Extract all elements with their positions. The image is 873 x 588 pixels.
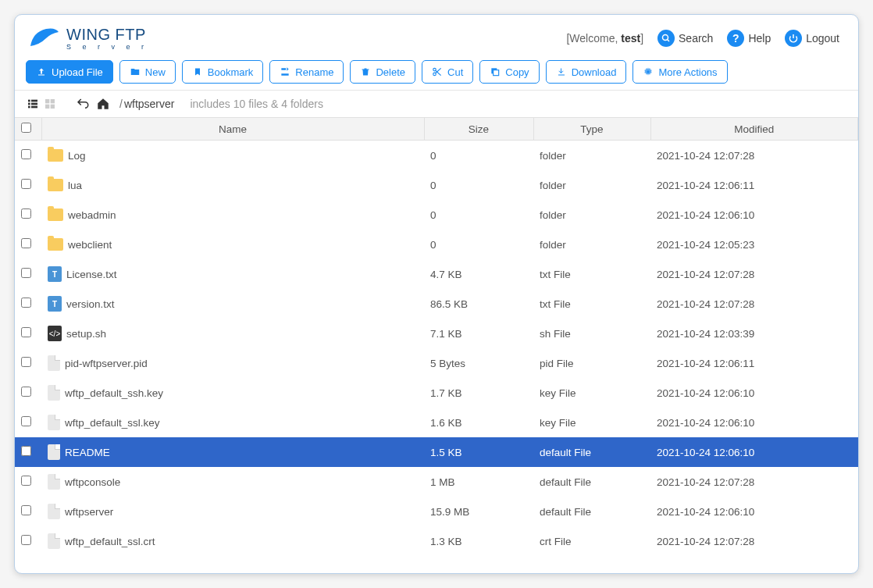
table-row[interactable]: lua0folder2021-10-24 12:06:11 bbox=[15, 170, 858, 200]
new-button[interactable]: New bbox=[119, 60, 176, 84]
table-row[interactable]: wftpconsole1 MBdefault File2021-10-24 12… bbox=[15, 467, 858, 497]
svg-rect-17 bbox=[45, 105, 49, 109]
svg-rect-16 bbox=[51, 99, 55, 103]
column-size[interactable]: Size bbox=[424, 118, 533, 141]
breadcrumb-path[interactable]: /wftpserver bbox=[118, 98, 174, 110]
svg-line-1 bbox=[668, 40, 670, 42]
more-actions-button[interactable]: More Actions bbox=[632, 60, 727, 84]
file-size: 1.5 KB bbox=[424, 437, 533, 467]
file-size: 86.5 KB bbox=[424, 289, 533, 319]
back-icon[interactable] bbox=[76, 97, 90, 111]
file-table: Name Size Type Modified Log0folder2021-1… bbox=[15, 117, 858, 556]
table-row[interactable]: wftp_default_ssh.key1.7 KBkey File2021-1… bbox=[15, 378, 858, 408]
row-checkbox[interactable] bbox=[21, 357, 31, 367]
copy-icon bbox=[490, 66, 501, 77]
file-modified: 2021-10-24 12:06:11 bbox=[650, 170, 858, 200]
table-row[interactable]: webadmin0folder2021-10-24 12:06:10 bbox=[15, 200, 858, 230]
file-name: wftp_default_ssl.crt bbox=[65, 536, 155, 547]
file-modified: 2021-10-24 12:07:28 bbox=[650, 289, 858, 319]
rename-button[interactable]: Rename bbox=[269, 60, 344, 84]
folder-icon bbox=[48, 179, 63, 191]
row-checkbox[interactable] bbox=[21, 535, 31, 545]
file-table-container[interactable]: Name Size Type Modified Log0folder2021-1… bbox=[15, 117, 858, 557]
row-checkbox[interactable] bbox=[21, 387, 31, 397]
file-name: version.txt bbox=[66, 298, 115, 310]
table-row[interactable]: README1.5 KBdefault File2021-10-24 12:06… bbox=[15, 437, 858, 467]
logout-button[interactable]: Logout bbox=[785, 30, 839, 47]
help-button[interactable]: ? Help bbox=[727, 30, 771, 47]
file-name: README bbox=[65, 447, 110, 458]
file-name: Log bbox=[68, 150, 86, 162]
cut-button[interactable]: Cut bbox=[422, 60, 473, 84]
table-row[interactable]: wftp_default_ssl.key1.6 KBkey File2021-1… bbox=[15, 408, 858, 437]
grid-view-icon[interactable] bbox=[43, 97, 57, 111]
file-size: 1.7 KB bbox=[424, 378, 533, 408]
search-button[interactable]: Search bbox=[657, 30, 713, 47]
svg-rect-10 bbox=[28, 103, 30, 105]
table-row[interactable]: Tversion.txt86.5 KBtxt File2021-10-24 12… bbox=[15, 289, 858, 319]
home-icon[interactable] bbox=[96, 97, 110, 111]
file-name: webadmin bbox=[68, 209, 116, 221]
table-row[interactable]: wftpserver15.9 MBdefault File2021-10-24 … bbox=[15, 497, 858, 526]
file-modified: 2021-10-24 12:03:39 bbox=[650, 319, 858, 348]
column-name[interactable]: Name bbox=[41, 118, 424, 141]
select-all-checkbox[interactable] bbox=[21, 123, 31, 133]
column-modified[interactable]: Modified bbox=[650, 118, 858, 141]
row-checkbox[interactable] bbox=[21, 505, 31, 515]
row-checkbox[interactable] bbox=[21, 476, 31, 486]
bookmark-button[interactable]: Bookmark bbox=[182, 60, 264, 84]
file-size: 0 bbox=[424, 141, 533, 171]
file-modified: 2021-10-24 12:07:28 bbox=[650, 259, 858, 289]
row-checkbox[interactable] bbox=[21, 179, 31, 189]
table-row[interactable]: </>setup.sh7.1 KBsh File2021-10-24 12:03… bbox=[15, 319, 858, 348]
list-view-icon[interactable] bbox=[26, 97, 40, 111]
file-type: pid File bbox=[533, 348, 650, 378]
table-row[interactable]: wftp_default_ssl.crt1.3 KBcrt File2021-1… bbox=[15, 526, 858, 556]
file-icon bbox=[48, 474, 60, 490]
download-icon bbox=[556, 66, 567, 77]
row-checkbox[interactable] bbox=[21, 149, 31, 159]
view-toggle bbox=[26, 97, 57, 111]
download-button[interactable]: Download bbox=[546, 60, 627, 84]
file-type: key File bbox=[533, 408, 650, 437]
power-icon bbox=[785, 30, 802, 47]
file-type: crt File bbox=[533, 526, 650, 556]
file-type: folder bbox=[533, 200, 650, 230]
upload-icon bbox=[36, 66, 47, 77]
upload-button[interactable]: Upload File bbox=[26, 60, 113, 84]
file-modified: 2021-10-24 12:06:10 bbox=[650, 200, 858, 230]
file-name: pid-wftpserver.pid bbox=[65, 358, 148, 369]
row-checkbox[interactable] bbox=[21, 208, 31, 219]
table-row[interactable]: webclient0folder2021-10-24 12:05:23 bbox=[15, 230, 858, 259]
logo-title: WING FTP bbox=[66, 27, 148, 42]
file-name: wftp_default_ssl.key bbox=[65, 417, 160, 429]
file-modified: 2021-10-24 12:06:10 bbox=[650, 408, 858, 437]
svg-rect-11 bbox=[28, 106, 30, 109]
file-type: sh File bbox=[533, 319, 650, 348]
file-size: 4.7 KB bbox=[424, 259, 533, 289]
file-modified: 2021-10-24 12:07:28 bbox=[650, 526, 858, 556]
file-size: 1 MB bbox=[424, 467, 533, 497]
row-checkbox[interactable] bbox=[21, 298, 31, 308]
row-checkbox[interactable] bbox=[21, 446, 31, 456]
file-modified: 2021-10-24 12:07:28 bbox=[650, 141, 858, 171]
file-type: folder bbox=[533, 230, 650, 259]
copy-button[interactable]: Copy bbox=[479, 60, 539, 84]
table-row[interactable]: pid-wftpserver.pid5 Bytespid File2021-10… bbox=[15, 348, 858, 378]
row-checkbox[interactable] bbox=[21, 327, 31, 337]
svg-rect-14 bbox=[31, 106, 37, 109]
file-modified: 2021-10-24 12:07:28 bbox=[650, 467, 858, 497]
row-checkbox[interactable] bbox=[21, 268, 31, 278]
row-checkbox[interactable] bbox=[21, 416, 31, 426]
table-row[interactable]: TLicense.txt4.7 KBtxt File2021-10-24 12:… bbox=[15, 259, 858, 289]
svg-rect-7 bbox=[494, 70, 499, 76]
table-row[interactable]: Log0folder2021-10-24 12:07:28 bbox=[15, 141, 858, 171]
svg-rect-9 bbox=[28, 100, 30, 102]
app-header: WING FTP S e r v e r [Welcome, test] Sea… bbox=[15, 15, 858, 57]
delete-button[interactable]: Delete bbox=[350, 60, 415, 84]
folder-icon bbox=[48, 149, 63, 162]
row-checkbox[interactable] bbox=[21, 238, 31, 248]
column-type[interactable]: Type bbox=[533, 118, 650, 141]
file-type: key File bbox=[533, 378, 650, 408]
toolbar: Upload File New Bookmark Rename Delete C… bbox=[15, 57, 858, 91]
